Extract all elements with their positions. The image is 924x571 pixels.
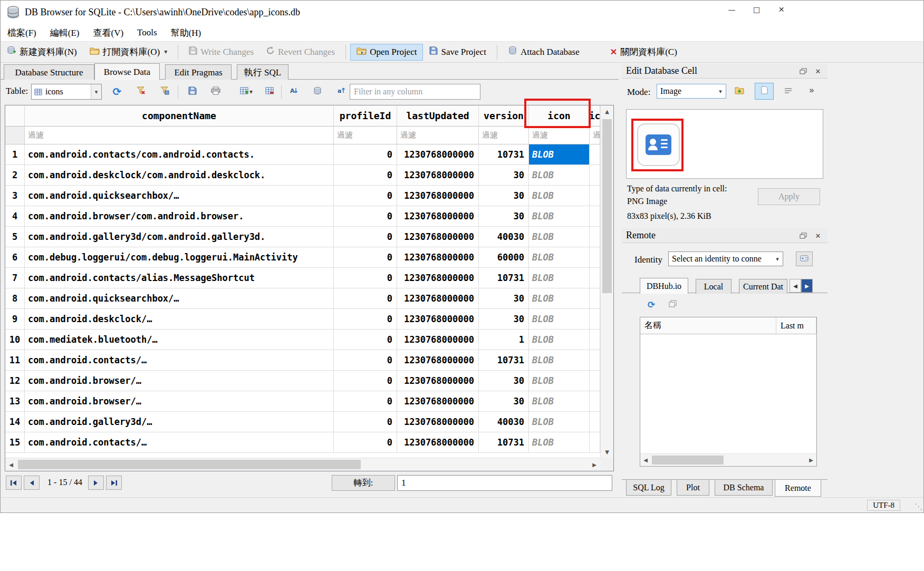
tab-scroll-right-icon[interactable]: ▶ bbox=[801, 279, 813, 293]
attach-database-button[interactable]: Attach Database bbox=[502, 44, 586, 61]
filter-input-version[interactable]: 過濾 bbox=[479, 127, 529, 144]
cell-extra[interactable] bbox=[590, 371, 600, 391]
goto-record-input[interactable] bbox=[397, 475, 612, 491]
cell-profileid[interactable]: 0 bbox=[334, 412, 397, 432]
tab-execute-sql[interactable]: 執行 SQL bbox=[237, 64, 288, 80]
dock-tab-sql-log[interactable]: SQL Log bbox=[626, 480, 671, 496]
cell-componentname[interactable]: com.android.contacts/com.android.contact… bbox=[25, 144, 334, 165]
write-changes-button[interactable]: Write Changes bbox=[182, 44, 260, 61]
cell-version[interactable]: 10731 bbox=[479, 268, 529, 288]
menu-edit[interactable]: 編輯(E) bbox=[43, 25, 86, 41]
cell-profileid[interactable]: 0 bbox=[334, 206, 397, 227]
remote-scroll-thumb[interactable] bbox=[652, 456, 724, 464]
cell-profileid[interactable]: 0 bbox=[334, 288, 397, 309]
cell-lastupdated[interactable]: 1230768000000 bbox=[397, 330, 479, 350]
filter-input-icon[interactable]: 過濾 bbox=[529, 127, 590, 144]
remote-refresh-button[interactable]: ⟳ bbox=[644, 298, 659, 312]
cell-lastupdated[interactable]: 1230768000000 bbox=[397, 206, 479, 227]
cell-extra[interactable] bbox=[590, 288, 600, 309]
cell-extra[interactable] bbox=[590, 144, 600, 165]
cell-componentname[interactable]: com.android.browser/… bbox=[25, 371, 334, 391]
cell-componentname[interactable]: com.debug.loggerui/com.debug.loggerui.Ma… bbox=[25, 247, 334, 268]
remote-clone-button[interactable] bbox=[665, 298, 680, 312]
cell-icon[interactable]: BLOB bbox=[529, 206, 590, 227]
remote-tab-local[interactable]: Local bbox=[696, 279, 732, 294]
column-header-lastupdated[interactable]: lastUpdated bbox=[397, 105, 479, 127]
column-header-profileid[interactable]: profileId bbox=[334, 105, 397, 127]
cell-lastupdated[interactable]: 1230768000000 bbox=[397, 268, 479, 288]
cell-version[interactable]: 10731 bbox=[479, 144, 529, 165]
menu-tools[interactable]: Tools bbox=[130, 25, 164, 40]
cell-version[interactable]: 30 bbox=[479, 371, 529, 391]
cell-profileid[interactable]: 0 bbox=[334, 227, 397, 247]
filter-input-lastupdated[interactable]: 過濾 bbox=[397, 127, 479, 144]
next-record-button[interactable] bbox=[88, 476, 104, 490]
cell-icon[interactable]: BLOB bbox=[529, 268, 590, 288]
identity-select[interactable]: Select an identity to conne ▾ bbox=[668, 251, 783, 266]
cell-version[interactable]: 30 bbox=[479, 165, 529, 186]
image-view-button[interactable] bbox=[755, 83, 774, 100]
cell-lastupdated[interactable]: 1230768000000 bbox=[397, 309, 479, 330]
cell-lastupdated[interactable]: 1230768000000 bbox=[397, 432, 479, 453]
filter-any-column-input[interactable] bbox=[350, 84, 480, 100]
column-header-extra[interactable]: ic bbox=[590, 105, 600, 127]
cell-icon[interactable]: BLOB bbox=[529, 247, 590, 268]
tab-database-structure[interactable]: Database Structure bbox=[4, 64, 94, 80]
cell-profileid[interactable]: 0 bbox=[334, 371, 397, 391]
column-header-componentname[interactable]: componentName bbox=[25, 105, 334, 127]
cell-extra[interactable] bbox=[590, 309, 600, 330]
mode-select[interactable]: Image ▾ bbox=[657, 84, 726, 99]
cell-componentname[interactable]: com.android.contacts/… bbox=[25, 350, 334, 371]
export-data-button[interactable] bbox=[184, 84, 201, 100]
cell-profileid[interactable]: 0 bbox=[334, 165, 397, 186]
tab-scroll-left-icon[interactable]: ◀ bbox=[790, 279, 801, 293]
cell-lastupdated[interactable]: 1230768000000 bbox=[397, 371, 479, 391]
cell-extra[interactable] bbox=[590, 227, 600, 247]
column-header-version[interactable]: version bbox=[479, 105, 529, 127]
close-button[interactable]: ✕ bbox=[769, 1, 794, 18]
cell-icon[interactable]: BLOB bbox=[529, 330, 590, 350]
cell-extra[interactable] bbox=[590, 350, 600, 371]
cell-componentname[interactable]: com.android.quicksearchbox/… bbox=[25, 186, 334, 206]
dock-tab-plot[interactable]: Plot bbox=[677, 480, 709, 496]
cell-version[interactable]: 30 bbox=[479, 206, 529, 227]
sort-asc-button[interactable]: A bbox=[285, 84, 302, 100]
scroll-right-icon[interactable]: ▶ bbox=[806, 454, 816, 466]
identity-certificate-button[interactable] bbox=[796, 251, 813, 266]
float-panel-icon[interactable] bbox=[797, 66, 810, 76]
column-header-icon[interactable]: icon bbox=[529, 105, 590, 127]
last-record-button[interactable] bbox=[106, 476, 122, 490]
cell-lastupdated[interactable]: 1230768000000 bbox=[397, 350, 479, 371]
save-filter-button[interactable] bbox=[156, 84, 173, 100]
close-panel-icon[interactable]: ✕ bbox=[812, 230, 824, 241]
menu-file[interactable]: 檔案(F) bbox=[1, 25, 43, 41]
clear-filters-button[interactable] bbox=[132, 84, 149, 100]
horizontal-scrollbar[interactable]: ◀ ▶ bbox=[5, 458, 600, 471]
new-database-button[interactable]: 新建資料庫(N) bbox=[1, 44, 83, 61]
cell-version[interactable]: 30 bbox=[479, 288, 529, 309]
filter-input-profileid[interactable]: 過濾 bbox=[334, 127, 397, 144]
cell-extra[interactable] bbox=[590, 186, 600, 206]
cell-lastupdated[interactable]: 1230768000000 bbox=[397, 227, 479, 247]
remote-horizontal-scrollbar[interactable]: ◀ ▶ bbox=[640, 453, 816, 466]
cell-componentname[interactable]: com.android.contacts/… bbox=[25, 432, 334, 453]
cell-version[interactable]: 10731 bbox=[479, 432, 529, 453]
cell-componentname[interactable]: com.android.contacts/alias.MessageShortc… bbox=[25, 268, 334, 288]
cell-icon[interactable]: BLOB bbox=[529, 165, 590, 186]
cell-extra[interactable] bbox=[590, 165, 600, 186]
cell-componentname[interactable]: com.android.gallery3d/… bbox=[25, 412, 334, 432]
edit-database-button[interactable] bbox=[309, 84, 326, 100]
revert-changes-button[interactable]: Revert Changes bbox=[260, 44, 341, 61]
cell-icon[interactable]: BLOB bbox=[529, 350, 590, 371]
remote-tab-current-database[interactable]: Current Dat bbox=[739, 279, 787, 294]
cell-lastupdated[interactable]: 1230768000000 bbox=[397, 412, 479, 432]
cell-icon[interactable]: BLOB bbox=[529, 391, 590, 412]
tab-browse-data[interactable]: Browse Data bbox=[94, 63, 160, 80]
maximize-button[interactable]: □ bbox=[744, 1, 769, 18]
scroll-up-icon[interactable]: ▲ bbox=[601, 105, 613, 117]
delete-record-button[interactable] bbox=[261, 84, 278, 100]
remote-column-name[interactable]: 名稱 bbox=[640, 317, 776, 334]
save-project-button[interactable]: Save Project bbox=[423, 44, 492, 61]
dock-tab-remote[interactable]: Remote bbox=[775, 480, 821, 497]
toolbar-overflow-icon[interactable]: » bbox=[805, 85, 818, 95]
